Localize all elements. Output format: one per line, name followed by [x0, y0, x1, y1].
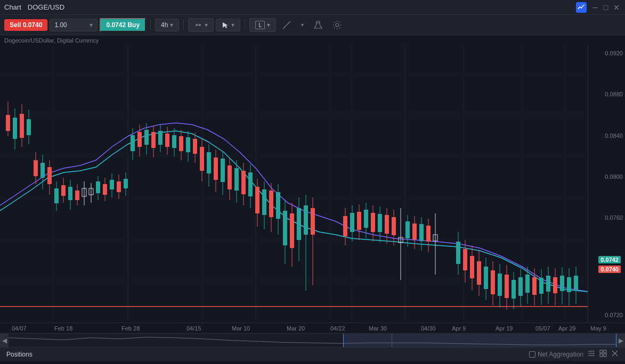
cursor-tool-btn[interactable]: ▾ — [216, 19, 240, 31]
svg-rect-122 — [371, 213, 375, 232]
bid-price-badge: 0.0742 — [598, 256, 621, 263]
price-label-4: 0.0800 — [590, 173, 623, 180]
svg-rect-170 — [553, 277, 557, 293]
nav-scroll-left-button[interactable]: ◀ — [0, 334, 9, 348]
svg-rect-28 — [20, 114, 24, 138]
svg-rect-174 — [567, 277, 571, 292]
svg-rect-86 — [221, 159, 225, 182]
svg-rect-160 — [518, 277, 523, 296]
svg-rect-112 — [311, 208, 315, 235]
svg-rect-64 — [144, 130, 149, 145]
svg-rect-42 — [68, 187, 72, 200]
time-label-0507: 05/07 — [535, 325, 550, 332]
line-tool-btn[interactable] — [278, 18, 295, 32]
svg-rect-38 — [54, 188, 59, 203]
nav-bar[interactable] — [9, 334, 616, 347]
price-label-6: 0.0720 — [590, 312, 623, 318]
svg-rect-62 — [137, 132, 142, 147]
nav-scroll-right-button[interactable]: ▶ — [616, 334, 625, 348]
svg-rect-98 — [262, 189, 266, 215]
trading-icon[interactable] — [576, 2, 587, 13]
svg-rect-80 — [200, 147, 204, 171]
maximize-button[interactable]: □ — [602, 3, 610, 12]
title-bar-symbol: DOGE/USD — [28, 3, 64, 11]
svg-rect-24 — [6, 115, 10, 131]
net-aggregation-checkbox[interactable]: Net Aggregation — [529, 351, 583, 358]
price-label-2: 0.0880 — [590, 91, 623, 97]
svg-rect-114 — [343, 216, 347, 236]
svg-rect-182 — [604, 350, 606, 353]
svg-rect-132 — [405, 221, 410, 238]
svg-rect-82 — [207, 152, 211, 173]
qty-dropdown-icon: ▾ — [90, 21, 93, 29]
svg-rect-44 — [75, 191, 79, 200]
quantity-input[interactable]: 1.00 ▾ — [50, 19, 98, 31]
buy-button[interactable]: 0.0742 Buy — [100, 18, 146, 32]
price-label-1: 0.0920 — [590, 50, 623, 56]
indicator-l-dropdown-icon: ▾ — [267, 21, 270, 29]
nav-split-line — [392, 334, 392, 347]
svg-rect-68 — [158, 131, 163, 145]
indicator-l-btn[interactable]: L ▾ — [249, 18, 276, 32]
svg-rect-118 — [357, 212, 361, 230]
time-label-mar30: Mar 30 — [369, 325, 387, 332]
drawing-icon — [194, 21, 202, 29]
gear-icon — [332, 20, 342, 30]
chart-svg-wrapper[interactable] — [0, 46, 588, 322]
time-label-mar10: Mar 10 — [232, 325, 250, 332]
minimize-button[interactable]: ─ — [591, 3, 599, 12]
svg-rect-76 — [186, 137, 190, 152]
timeframe-dropdown-icon: ▾ — [170, 21, 173, 29]
time-axis: 04/07 Feb 18 Feb 28 04/15 Mar 10 Mar 20 … — [0, 322, 625, 333]
flask-btn[interactable] — [310, 18, 327, 32]
line-dropdown-btn[interactable]: ▾ — [297, 19, 307, 30]
svg-rect-106 — [290, 213, 294, 248]
svg-rect-70 — [165, 134, 169, 147]
svg-rect-58 — [124, 179, 128, 188]
svg-rect-52 — [103, 184, 107, 195]
sell-button[interactable]: Sell 0.0740 — [4, 19, 47, 31]
svg-rect-26 — [13, 118, 17, 139]
svg-rect-150 — [484, 267, 488, 289]
positions-label: Positions — [6, 351, 33, 358]
svg-rect-94 — [248, 172, 253, 196]
svg-rect-54 — [110, 180, 114, 189]
indicator-l-icon: L — [255, 21, 265, 29]
svg-rect-162 — [525, 275, 530, 293]
timeframe-selector[interactable]: 4h ▾ — [155, 19, 179, 31]
time-label-0407: 04/07 — [12, 325, 27, 332]
chart-svg — [0, 46, 588, 322]
svg-rect-108 — [297, 208, 301, 240]
svg-rect-152 — [491, 270, 495, 294]
drawing-tools-btn[interactable]: ▾ — [188, 18, 214, 32]
cursor-dropdown-icon: ▾ — [231, 21, 234, 29]
title-bar-title: Chart — [4, 3, 21, 11]
svg-rect-172 — [560, 276, 564, 291]
checkbox-box — [529, 351, 535, 358]
close-icon[interactable] — [611, 350, 619, 359]
svg-rect-124 — [378, 214, 382, 232]
svg-rect-104 — [283, 211, 287, 245]
svg-rect-154 — [498, 274, 502, 296]
settings-btn[interactable] — [329, 18, 346, 32]
svg-rect-183 — [600, 354, 603, 357]
drawing-dropdown-icon: ▾ — [205, 21, 208, 29]
svg-rect-90 — [234, 168, 239, 191]
title-bar: Chart DOGE/USD ─ □ ✕ — [0, 0, 625, 15]
chart-subtitle-text: Dogecoin/USDollar, Digital Currency — [4, 37, 99, 44]
close-button[interactable]: ✕ — [612, 3, 621, 12]
filter-icon-2[interactable] — [599, 350, 607, 359]
nav-handle[interactable] — [343, 334, 616, 347]
svg-rect-181 — [600, 350, 603, 353]
time-label-apr29: Apr 29 — [558, 325, 575, 332]
time-label-0430: 04/30 — [421, 325, 436, 332]
filter-icon-1[interactable] — [588, 350, 595, 359]
svg-rect-88 — [228, 166, 232, 189]
svg-rect-84 — [214, 158, 218, 180]
line-dropdown-icon: ▾ — [301, 22, 304, 28]
time-label-apr9: Apr 9 — [452, 325, 466, 332]
svg-rect-138 — [426, 226, 431, 242]
time-label-may9: May 9 — [590, 325, 606, 332]
svg-rect-176 — [574, 276, 578, 289]
separator-2 — [183, 20, 184, 30]
